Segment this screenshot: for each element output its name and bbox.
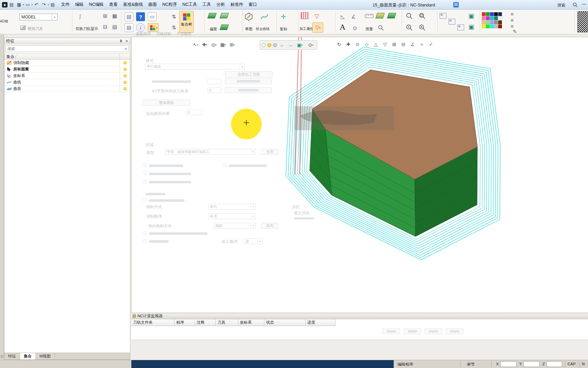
bulb-on-icon[interactable] xyxy=(267,43,271,47)
fit-view-tool[interactable]: ⊞ xyxy=(390,40,398,48)
forward-arrow[interactable]: → xyxy=(287,41,293,49)
smooth-shade-tool[interactable]: ≈ xyxy=(418,40,426,48)
dimension-icon[interactable]: ⊙ xyxy=(350,24,359,33)
line-style-icon[interactable]: ≡ xyxy=(508,11,517,16)
cube-view-icon[interactable]: ▣ xyxy=(467,22,476,31)
column-header-visibility[interactable] xyxy=(120,54,130,59)
tab-surface-path[interactable]: 曲面路径 xyxy=(136,31,151,36)
machining-cup-icon[interactable]: ▽ xyxy=(312,12,321,20)
view-layout-icon[interactable] xyxy=(448,19,455,25)
pan-view-tool[interactable]: ✚ xyxy=(344,40,353,48)
dropdown-icon[interactable]: ▾ xyxy=(23,3,24,6)
col-toolpath-folder[interactable]: 刀轨文件夹 xyxy=(131,319,175,326)
pin-icon[interactable] xyxy=(119,39,123,43)
col-status[interactable]: 状态 xyxy=(264,319,306,326)
text-tool-button[interactable]: A xyxy=(340,22,345,32)
pointer-tool[interactable]: ↖▾ xyxy=(191,41,200,49)
dropdown-icon[interactable]: ▾ xyxy=(48,3,49,6)
validate-tool[interactable]: ✓ xyxy=(427,40,435,48)
toolpath-grid-icon[interactable]: ▦ xyxy=(110,12,119,20)
minimize-button[interactable]: — xyxy=(582,1,586,6)
column-header-set[interactable]: 集合 ∕ xyxy=(4,54,120,59)
menu-nc-program[interactable]: NC程序 xyxy=(160,0,180,9)
ruler-vertical-icon[interactable]: ⇅ xyxy=(169,23,178,32)
status-y-value[interactable] xyxy=(523,361,540,367)
iso-view-tool[interactable]: ◇ xyxy=(362,40,371,48)
save-icon[interactable]: ▭ xyxy=(24,1,31,8)
grid-select-tool[interactable]: ▦▾ xyxy=(219,41,227,49)
offset-down-icon[interactable] xyxy=(219,25,229,30)
brush-icon[interactable]: ✎ xyxy=(510,27,519,36)
col-tool[interactable]: 刀具 xyxy=(216,319,238,326)
close-icon[interactable]: ✕ xyxy=(126,39,128,43)
toolpath-grid-icon[interactable]: ▤ xyxy=(110,22,119,31)
triangle-ruler-icon[interactable]: ◺ xyxy=(338,12,347,21)
rotate-view-tool[interactable]: ↻ xyxy=(335,40,343,48)
display-cube-tool[interactable]: ▣▾ xyxy=(295,41,304,49)
set-tree-button[interactable]: 集合树 xyxy=(179,11,194,33)
machining-attr-active-icon[interactable]: ▽ ▾ xyxy=(312,22,323,33)
combine-curve-icon[interactable] xyxy=(260,12,269,21)
undo-icon[interactable]: ↶ xyxy=(33,1,40,8)
measure-surface-icon[interactable] xyxy=(375,13,385,18)
dropdown-icon[interactable]: ▾ xyxy=(32,3,33,6)
bulb-icon[interactable] xyxy=(124,61,127,64)
toolpath-grid-icon[interactable]: ⊟ xyxy=(101,22,110,31)
measure-ruler-icon[interactable] xyxy=(365,12,374,20)
offset-up-icon[interactable] xyxy=(207,13,216,18)
cad-model-tab[interactable]: AD模 xyxy=(0,19,9,25)
menu-datum-curve[interactable]: 基准&曲线 xyxy=(120,0,146,9)
search-input[interactable] xyxy=(7,47,125,51)
menu-analysis[interactable]: 分析 xyxy=(214,0,228,9)
bulb-icon[interactable] xyxy=(124,74,127,77)
cube-view-icon[interactable]: ▣ xyxy=(467,12,476,20)
angle-measure-tool[interactable]: ∠ xyxy=(408,40,417,48)
menu-view[interactable]: 查看 xyxy=(107,0,120,9)
dropdown-icon[interactable]: ▾ xyxy=(319,27,321,29)
menu-file[interactable]: 文件 xyxy=(59,0,72,9)
list-item-curves[interactable]: 曲线 xyxy=(4,79,130,86)
target-select-tool[interactable]: ◎▾ xyxy=(210,41,218,49)
machining-attr-icon[interactable] xyxy=(301,12,308,19)
toolpath-grid-icon[interactable]: ⊞ xyxy=(101,12,110,20)
menu-nc-edit[interactable]: NC编辑 xyxy=(86,0,107,9)
line-width-icon[interactable]: ≡ xyxy=(508,17,517,22)
offset-copy-icon[interactable] xyxy=(219,13,229,18)
list-item-surfaces[interactable]: 曲面 xyxy=(4,86,130,92)
ruler-vertical-icon[interactable]: ⇅ xyxy=(169,12,178,21)
by-tool-icon[interactable] xyxy=(20,26,26,30)
dropdown-icon[interactable]: ▾ xyxy=(52,14,57,20)
menu-surface[interactable]: 曲面 xyxy=(146,0,160,9)
center-view-tool[interactable]: ⊙ xyxy=(353,40,362,48)
visibility-cell[interactable] xyxy=(119,73,130,79)
add-select-tool[interactable]: ✚▾ xyxy=(200,41,209,49)
col-program[interactable]: 程序 xyxy=(175,319,195,326)
visibility-cell[interactable] xyxy=(119,79,130,85)
menu-standard-parts[interactable]: 标准件 xyxy=(228,0,246,9)
window-icon[interactable]: ▭ xyxy=(148,12,157,21)
help-icon[interactable]: ? xyxy=(136,12,145,21)
zoom-icon[interactable] xyxy=(406,12,413,20)
status-x-value[interactable] xyxy=(500,361,517,367)
menu-edit[interactable]: 编辑 xyxy=(72,0,86,9)
visibility-cell[interactable] xyxy=(119,66,130,72)
new-file-icon[interactable]: ▤ xyxy=(8,1,15,8)
zoom-in-icon[interactable] xyxy=(406,24,413,31)
list-item-force-hidden[interactable]: 强制隐藏 xyxy=(4,60,130,66)
toolpath-curve-icon[interactable]: ∫ xyxy=(76,12,84,20)
tab-mview[interactable]: M视图 xyxy=(36,353,55,359)
angle-icon[interactable]: ∠ xyxy=(349,12,358,21)
clear-search-icon[interactable]: ✕ xyxy=(125,47,127,51)
redo-icon[interactable]: ↷ xyxy=(40,1,47,8)
checklist-icon[interactable]: ▤ xyxy=(125,12,133,21)
col-comment[interactable]: 注释 xyxy=(195,319,216,326)
bulb-off-icon[interactable] xyxy=(262,43,265,47)
model-select[interactable]: MODEL ▾ xyxy=(19,14,58,20)
shrink-view-tool[interactable]: ⊟ xyxy=(399,40,408,48)
visibility-cell[interactable] xyxy=(119,60,130,66)
copy-axis-icon[interactable]: ✛ xyxy=(279,12,288,21)
tab-features[interactable]: 特征 xyxy=(4,353,20,359)
menu-window[interactable]: 窗口 xyxy=(246,0,260,9)
view-list-icon[interactable]: ▤ xyxy=(49,1,56,8)
measure-inspect-icon[interactable] xyxy=(378,25,385,31)
